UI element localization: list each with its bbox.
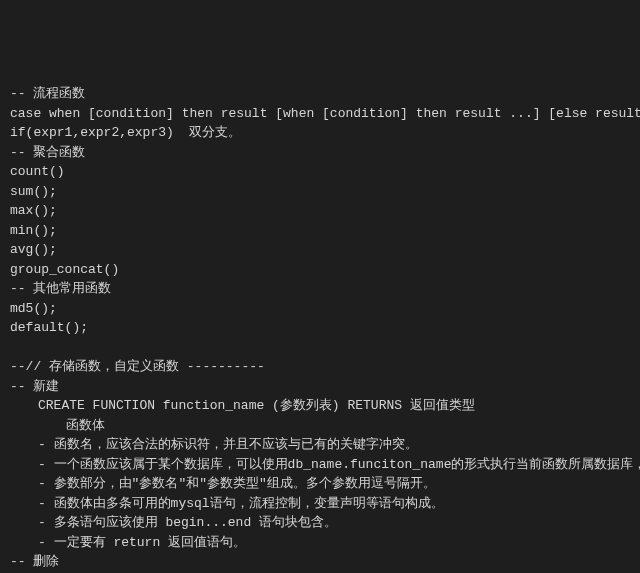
code-line: - 一个函数应该属于某个数据库，可以使用db_name.funciton_nam… xyxy=(10,455,630,475)
code-block: -- 流程函数case when [condition] then result… xyxy=(10,84,630,573)
code-line: min(); xyxy=(10,221,630,241)
code-line: if(expr1,expr2,expr3) 双分支。 xyxy=(10,123,630,143)
code-line: md5(); xyxy=(10,299,630,319)
code-line: -- 聚合函数 xyxy=(10,143,630,163)
code-line: count() xyxy=(10,162,630,182)
code-line: - 函数名，应该合法的标识符，并且不应该与已有的关键字冲突。 xyxy=(10,435,630,455)
code-line: - 函数体由多条可用的mysql语句，流程控制，变量声明等语句构成。 xyxy=(10,494,630,514)
code-line: default(); xyxy=(10,318,630,338)
code-line: avg(); xyxy=(10,240,630,260)
code-line: sum(); xyxy=(10,182,630,202)
code-line: - 参数部分，由"参数名"和"参数类型"组成。多个参数用逗号隔开。 xyxy=(10,474,630,494)
code-line: - 多条语句应该使用 begin...end 语句块包含。 xyxy=(10,513,630,533)
code-line: case when [condition] then result [when … xyxy=(10,104,630,124)
code-line: CREATE FUNCTION function_name (参数列表) RET… xyxy=(10,396,630,416)
code-line: -- 删除 xyxy=(10,552,630,572)
code-line: -- 流程函数 xyxy=(10,84,630,104)
code-line: -- 其他常用函数 xyxy=(10,279,630,299)
code-line: - 一定要有 return 返回值语句。 xyxy=(10,533,630,553)
code-line xyxy=(10,338,630,358)
code-line: group_concat() xyxy=(10,260,630,280)
code-line: 函数体 xyxy=(10,416,630,436)
code-line: max(); xyxy=(10,201,630,221)
code-line: -- 新建 xyxy=(10,377,630,397)
code-line: --// 存储函数，自定义函数 ---------- xyxy=(10,357,630,377)
